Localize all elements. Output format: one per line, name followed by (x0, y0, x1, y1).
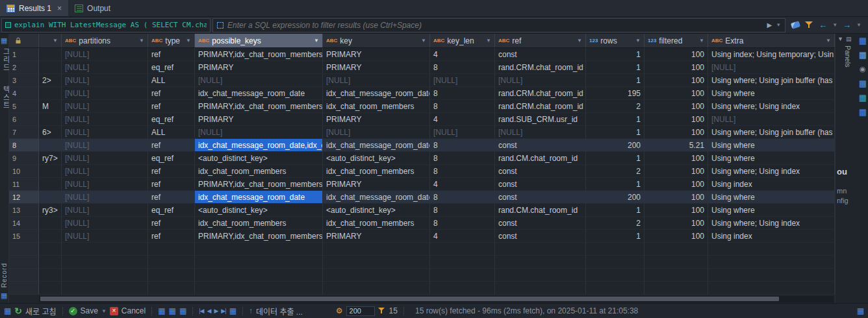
clear-filter-icon[interactable] (791, 21, 800, 29)
row-number[interactable]: 5 (9, 100, 39, 113)
tab-results[interactable]: Results 1 × (0, 0, 68, 16)
fetch-settings-icon[interactable]: ⚙ (336, 307, 343, 315)
cell[interactable]: 4 (430, 48, 495, 61)
cell[interactable]: Using where; Using join buffer (has (708, 74, 835, 87)
cell[interactable]: eq_ref (148, 204, 195, 217)
cell[interactable]: idx_chat_message_room_date (323, 139, 430, 152)
cell[interactable]: 8 (430, 61, 495, 74)
cell[interactable]: 195 (586, 87, 645, 100)
cell[interactable] (39, 48, 62, 61)
column-header-table[interactable]: ▼ (39, 34, 62, 47)
forward-dropdown-icon[interactable]: ▼ (856, 22, 862, 28)
column-header-type[interactable]: ABCtype▼ (148, 34, 195, 47)
grouping-panel-icon[interactable]: ▦ (859, 93, 867, 102)
cell[interactable]: [NULL] (62, 204, 148, 217)
cell[interactable] (39, 139, 62, 152)
column-header-partitions[interactable]: ABCpartitions▼ (62, 34, 148, 47)
row-number[interactable]: 12 (9, 191, 39, 204)
record-view-icon[interactable]: ▦ (1, 292, 7, 299)
cell[interactable]: 2 (586, 165, 645, 178)
delete-row-icon[interactable]: ▦ (179, 307, 186, 315)
close-tab-icon[interactable]: × (57, 4, 62, 13)
cell[interactable]: 100 (645, 152, 708, 165)
cell[interactable]: rand.SUB_CRM.usr_id (495, 113, 586, 126)
cell[interactable]: idx_chat_message_room_date (323, 191, 430, 204)
first-row-button[interactable]: |◀ (199, 308, 203, 314)
cell[interactable]: 1 (586, 152, 645, 165)
cell[interactable] (39, 113, 62, 126)
cell[interactable]: 100 (645, 74, 708, 87)
cell[interactable] (39, 217, 62, 230)
cell[interactable]: [NULL] (62, 217, 148, 230)
cell[interactable]: <auto_distinct_key> (323, 152, 430, 165)
cell[interactable]: Using where; Using index (708, 100, 835, 113)
cell[interactable]: 100 (645, 230, 708, 243)
column-filter-icon[interactable]: ▼ (186, 38, 191, 43)
cell[interactable]: PRIMARY (195, 61, 323, 74)
cell[interactable]: [NULL] (62, 126, 148, 139)
cell[interactable]: eq_ref (148, 113, 195, 126)
export-button[interactable]: 데이터 추출 ... (256, 306, 303, 317)
cell[interactable]: Using where (708, 139, 835, 152)
references-panel-icon[interactable]: ▦ (859, 108, 867, 116)
row-number[interactable]: 15 (9, 230, 39, 243)
cell[interactable]: Using where (708, 204, 835, 217)
column-header-Extra[interactable]: ABCExtra▼ (708, 34, 835, 47)
column-filter-icon[interactable]: ▼ (139, 38, 144, 43)
cancel-button[interactable]: Cancel (121, 306, 146, 315)
filter-icon[interactable] (805, 21, 813, 29)
aggregate-panel-icon[interactable]: ▦ (859, 79, 867, 88)
cell[interactable] (39, 230, 62, 243)
cell[interactable]: [NULL] (323, 126, 430, 139)
next-row-button[interactable]: ▶ (214, 308, 218, 314)
cell[interactable]: ref (148, 100, 195, 113)
cell[interactable]: ALL (148, 74, 195, 87)
cell[interactable]: 4 (430, 230, 495, 243)
cell[interactable] (39, 87, 62, 100)
cell[interactable]: 200 (586, 139, 645, 152)
column-header-key_len[interactable]: ABCkey_len▼ (430, 34, 495, 47)
cell[interactable]: PRIMARY (323, 61, 430, 74)
cell[interactable]: ref (148, 48, 195, 61)
cell[interactable]: const (495, 139, 586, 152)
column-filter-icon[interactable]: ▼ (826, 38, 831, 43)
cell[interactable]: [NULL] (495, 74, 586, 87)
cell[interactable]: Using where (708, 191, 835, 204)
cell[interactable]: rand.CRM.chat_room_id (495, 100, 586, 113)
calc-panel-icon[interactable]: ▦ (859, 51, 867, 59)
cell[interactable]: [NULL] (62, 165, 148, 178)
tab-output[interactable]: Output (68, 0, 117, 16)
cell[interactable]: rand.CRM.chat_room_id (495, 87, 586, 100)
row-number[interactable]: 9 (9, 152, 39, 165)
cell[interactable]: [NULL] (62, 230, 148, 243)
column-header-key[interactable]: ABCkey▼ (323, 34, 430, 47)
refresh-button[interactable]: 새로 고침 (25, 306, 57, 317)
cell[interactable]: 4 (430, 113, 495, 126)
panels-toggle-icon[interactable]: ▦ (857, 307, 864, 315)
cell[interactable]: 1 (586, 126, 645, 139)
cell[interactable]: 2 (586, 217, 645, 230)
scrollbar-thumb[interactable] (40, 297, 779, 301)
history-back-icon[interactable]: ← (819, 20, 827, 30)
cell[interactable]: eq_ref (148, 152, 195, 165)
cell[interactable]: Using index (708, 178, 835, 191)
cell[interactable]: ALL (148, 126, 195, 139)
column-header-rows[interactable]: 123rows▼ (586, 34, 645, 47)
column-filter-icon[interactable]: ▼ (314, 38, 319, 43)
cell[interactable] (39, 178, 62, 191)
cell[interactable] (39, 61, 62, 74)
cell[interactable]: [NULL] (62, 74, 148, 87)
cell[interactable]: 8 (430, 152, 495, 165)
cell[interactable]: [NULL] (430, 74, 495, 87)
cell[interactable]: [NULL] (62, 100, 148, 113)
cell[interactable]: [NULL] (62, 48, 148, 61)
row-number[interactable]: 13 (9, 204, 39, 217)
cell[interactable]: 1 (586, 113, 645, 126)
cell[interactable]: 8 (430, 204, 495, 217)
last-row-button[interactable]: ▶| (221, 308, 225, 314)
cell[interactable]: 8 (430, 165, 495, 178)
cell[interactable]: 100 (645, 165, 708, 178)
cell[interactable]: 100 (645, 191, 708, 204)
cell[interactable]: ry3> (39, 204, 62, 217)
cell[interactable]: [NULL] (430, 126, 495, 139)
